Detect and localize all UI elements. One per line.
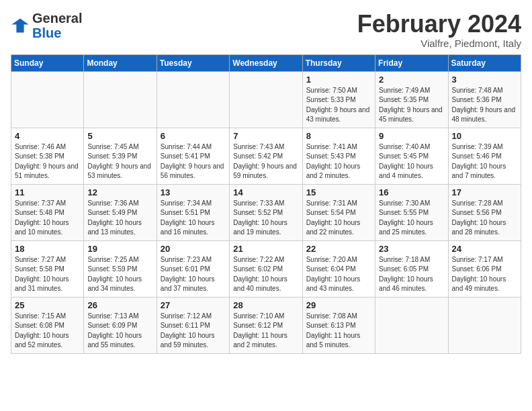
day-number: 17: [452, 187, 517, 197]
calendar-cell: [230, 71, 302, 128]
day-number: 13: [161, 187, 226, 197]
logo: General Blue: [11, 11, 82, 40]
calendar-cell: 5Sunrise: 7:45 AMSunset: 5:39 PMDaylight…: [84, 128, 157, 184]
column-header-friday: Friday: [375, 54, 448, 71]
day-info: Sunrise: 7:49 AMSunset: 5:35 PMDaylight:…: [379, 86, 444, 125]
day-number: 8: [306, 131, 371, 141]
calendar-cell: 24Sunrise: 7:17 AMSunset: 6:06 PMDayligh…: [448, 240, 521, 297]
day-info: Sunrise: 7:48 AMSunset: 5:36 PMDaylight:…: [452, 86, 517, 125]
day-number: 29: [306, 300, 371, 310]
day-info: Sunrise: 7:20 AMSunset: 6:04 PMDaylight:…: [306, 255, 371, 294]
calendar-cell: 18Sunrise: 7:27 AMSunset: 5:58 PMDayligh…: [11, 240, 84, 297]
day-number: 16: [379, 187, 444, 197]
calendar-cell: 1Sunrise: 7:50 AMSunset: 5:33 PMDaylight…: [302, 71, 375, 128]
calendar-cell: 14Sunrise: 7:33 AMSunset: 5:52 PMDayligh…: [230, 184, 302, 240]
column-header-saturday: Saturday: [448, 54, 521, 71]
day-info: Sunrise: 7:15 AMSunset: 6:08 PMDaylight:…: [15, 312, 80, 351]
calendar-cell: 13Sunrise: 7:34 AMSunset: 5:51 PMDayligh…: [157, 184, 229, 240]
logo-blue: Blue: [32, 26, 61, 40]
day-number: 19: [87, 244, 152, 254]
day-number: 22: [306, 244, 371, 254]
day-number: 23: [379, 244, 444, 254]
day-info: Sunrise: 7:10 AMSunset: 6:12 PMDaylight:…: [233, 312, 298, 351]
calendar-cell: 26Sunrise: 7:13 AMSunset: 6:09 PMDayligh…: [84, 297, 157, 353]
calendar-cell: [84, 71, 157, 128]
calendar-cell: [11, 71, 84, 128]
calendar-cell: 20Sunrise: 7:23 AMSunset: 6:01 PMDayligh…: [157, 240, 229, 297]
calendar-cell: 12Sunrise: 7:36 AMSunset: 5:49 PMDayligh…: [84, 184, 157, 240]
logo-text: General Blue: [32, 11, 82, 40]
calendar-cell: 7Sunrise: 7:43 AMSunset: 5:42 PMDaylight…: [230, 128, 302, 184]
day-info: Sunrise: 7:22 AMSunset: 6:02 PMDaylight:…: [233, 255, 298, 294]
week-row-1: 1Sunrise: 7:50 AMSunset: 5:33 PMDaylight…: [11, 71, 521, 128]
calendar-cell: 2Sunrise: 7:49 AMSunset: 5:35 PMDaylight…: [375, 71, 448, 128]
title-block: February 2024 Vialfre, Piedmont, Italy: [357, 11, 521, 49]
day-number: 7: [233, 131, 298, 141]
day-number: 10: [452, 131, 517, 141]
calendar-cell: 3Sunrise: 7:48 AMSunset: 5:36 PMDaylight…: [448, 71, 521, 128]
calendar-cell: 23Sunrise: 7:18 AMSunset: 6:05 PMDayligh…: [375, 240, 448, 297]
day-number: 26: [87, 300, 152, 310]
day-info: Sunrise: 7:17 AMSunset: 6:06 PMDaylight:…: [452, 255, 517, 294]
day-info: Sunrise: 7:28 AMSunset: 5:56 PMDaylight:…: [452, 199, 517, 238]
day-number: 28: [233, 300, 298, 310]
day-info: Sunrise: 7:44 AMSunset: 5:41 PMDaylight:…: [161, 142, 226, 181]
day-number: 9: [379, 131, 444, 141]
day-info: Sunrise: 7:33 AMSunset: 5:52 PMDaylight:…: [233, 199, 298, 238]
day-number: 20: [161, 244, 226, 254]
day-info: Sunrise: 7:37 AMSunset: 5:48 PMDaylight:…: [15, 199, 80, 238]
week-row-5: 25Sunrise: 7:15 AMSunset: 6:08 PMDayligh…: [11, 297, 521, 353]
day-number: 14: [233, 187, 298, 197]
column-header-sunday: Sunday: [11, 54, 84, 71]
week-row-3: 11Sunrise: 7:37 AMSunset: 5:48 PMDayligh…: [11, 184, 521, 240]
day-number: 11: [15, 187, 80, 197]
day-number: 18: [15, 244, 80, 254]
calendar-cell: 8Sunrise: 7:41 AMSunset: 5:43 PMDaylight…: [302, 128, 375, 184]
day-info: Sunrise: 7:36 AMSunset: 5:49 PMDaylight:…: [87, 199, 152, 238]
day-info: Sunrise: 7:18 AMSunset: 6:05 PMDaylight:…: [379, 255, 444, 294]
column-header-wednesday: Wednesday: [230, 54, 302, 71]
day-number: 15: [306, 187, 371, 197]
calendar-table: SundayMondayTuesdayWednesdayThursdayFrid…: [11, 54, 521, 354]
day-info: Sunrise: 7:50 AMSunset: 5:33 PMDaylight:…: [306, 86, 371, 125]
calendar-cell: 11Sunrise: 7:37 AMSunset: 5:48 PMDayligh…: [11, 184, 84, 240]
day-number: 1: [306, 75, 371, 85]
day-info: Sunrise: 7:25 AMSunset: 5:59 PMDaylight:…: [87, 255, 152, 294]
svg-marker-0: [11, 19, 28, 33]
location-subtitle: Vialfre, Piedmont, Italy: [357, 38, 521, 49]
calendar-cell: [157, 71, 229, 128]
calendar-header-row: SundayMondayTuesdayWednesdayThursdayFrid…: [11, 54, 521, 71]
week-row-4: 18Sunrise: 7:27 AMSunset: 5:58 PMDayligh…: [11, 240, 521, 297]
day-info: Sunrise: 7:39 AMSunset: 5:46 PMDaylight:…: [452, 142, 517, 181]
column-header-thursday: Thursday: [302, 54, 375, 71]
calendar-cell: 6Sunrise: 7:44 AMSunset: 5:41 PMDaylight…: [157, 128, 229, 184]
day-info: Sunrise: 7:30 AMSunset: 5:55 PMDaylight:…: [379, 199, 444, 238]
month-title: February 2024: [357, 11, 521, 38]
calendar-cell: 27Sunrise: 7:12 AMSunset: 6:11 PMDayligh…: [157, 297, 229, 353]
day-number: 2: [379, 75, 444, 85]
day-number: 6: [161, 131, 226, 141]
calendar-cell: 25Sunrise: 7:15 AMSunset: 6:08 PMDayligh…: [11, 297, 84, 353]
column-header-monday: Monday: [84, 54, 157, 71]
day-info: Sunrise: 7:45 AMSunset: 5:39 PMDaylight:…: [87, 142, 152, 181]
day-number: 27: [161, 300, 226, 310]
logo-bird-icon: [11, 16, 30, 35]
day-number: 12: [87, 187, 152, 197]
calendar-cell: 28Sunrise: 7:10 AMSunset: 6:12 PMDayligh…: [230, 297, 302, 353]
calendar-cell: [375, 297, 448, 353]
day-number: 3: [452, 75, 517, 85]
day-info: Sunrise: 7:23 AMSunset: 6:01 PMDaylight:…: [161, 255, 226, 294]
day-number: 25: [15, 300, 80, 310]
calendar-cell: 29Sunrise: 7:08 AMSunset: 6:13 PMDayligh…: [302, 297, 375, 353]
day-info: Sunrise: 7:13 AMSunset: 6:09 PMDaylight:…: [87, 312, 152, 351]
day-info: Sunrise: 7:12 AMSunset: 6:11 PMDaylight:…: [161, 312, 226, 351]
page-header: General Blue February 2024 Vialfre, Pied…: [11, 11, 521, 49]
day-number: 21: [233, 244, 298, 254]
day-info: Sunrise: 7:41 AMSunset: 5:43 PMDaylight:…: [306, 142, 371, 181]
day-info: Sunrise: 7:08 AMSunset: 6:13 PMDaylight:…: [306, 312, 371, 351]
calendar-cell: [448, 297, 521, 353]
calendar-cell: 21Sunrise: 7:22 AMSunset: 6:02 PMDayligh…: [230, 240, 302, 297]
day-info: Sunrise: 7:27 AMSunset: 5:58 PMDaylight:…: [15, 255, 80, 294]
day-info: Sunrise: 7:43 AMSunset: 5:42 PMDaylight:…: [233, 142, 298, 181]
logo-general: General: [32, 11, 82, 26]
